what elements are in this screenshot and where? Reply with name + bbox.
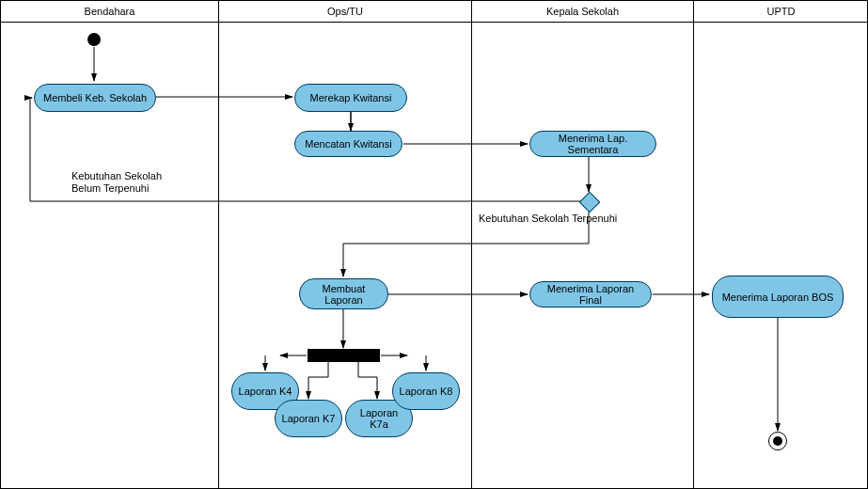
activity-diagram: Bendahara Ops/TU Kepala Sekolah UPTD — [0, 0, 868, 489]
activity-membuat-laporan: Membuat Laporan — [299, 278, 388, 309]
lane-divider — [471, 1, 472, 488]
lane-header-ops: Ops/TU — [219, 1, 471, 23]
activity-laporan-k7: Laporan K7 — [275, 400, 342, 437]
activity-menerima-final: Menerima Laporan Final — [529, 281, 652, 308]
arrows-layer — [1, 1, 868, 489]
guard-terpenuhi: Kebutuhan Sekolah Terpenuhi — [479, 213, 617, 225]
guard-belum: Kebutuhan Sekolah Belum Terpenuhi — [71, 170, 162, 195]
final-node — [768, 432, 787, 450]
arrows-extra — [1, 1, 868, 489]
lane-divider — [218, 1, 219, 488]
final-node-inner — [773, 436, 782, 446]
lane-header-uptd: UPTD — [694, 1, 868, 23]
fork-node — [308, 349, 380, 362]
activity-menerima-bos: Menerima Laporan BOS — [712, 276, 844, 318]
activity-menerima-sementara: Menerima Lap. Sementara — [529, 131, 656, 157]
activity-mencatan: Mencatan Kwitansi — [294, 131, 402, 157]
lane-header-kepala: Kepala Sekolah — [472, 1, 693, 23]
activity-membeli: Membeli Keb. Sekolah — [34, 84, 156, 112]
activity-laporan-k8: Laporan K8 — [392, 372, 460, 410]
decision-node — [579, 192, 601, 213]
lane-divider — [693, 1, 694, 488]
initial-node — [87, 33, 101, 46]
activity-merekap: Merekap Kwitansi — [294, 84, 407, 112]
lane-header-bendahara: Bendahara — [1, 1, 218, 23]
